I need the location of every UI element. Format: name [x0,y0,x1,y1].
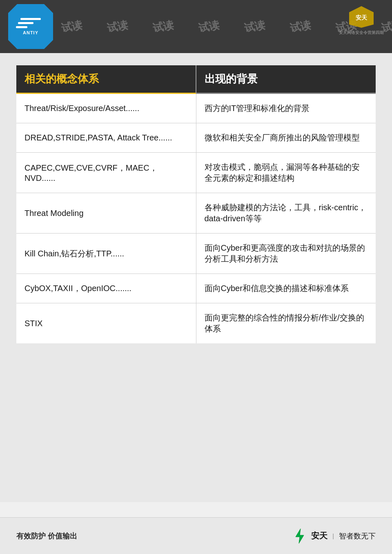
content-area: 相关的概念体系 出现的背景 Threat/Risk/Exposure/Asset… [0,53,392,502]
main-content: 相关的概念体系 出现的背景 Threat/Risk/Exposure/Asset… [0,53,392,502]
cell-left-4: Kill Chain,钻石分析,TTP...... [16,234,196,274]
table-row: Threat Modeling 各种威胁建模的方法论，工具，risk-centr… [16,193,376,234]
watermark-h6: 试读 [289,18,312,35]
brand-svg: 安天 [345,4,378,29]
footer-brand-sub: 智者数无下 [339,531,376,541]
footer-brand-name: 安天 [311,530,327,541]
header: ANTIY 试读 试读 试读 试读 试读 试读 试读 试读 安天 安天网络安全令… [0,0,392,53]
brand-tagline: 安天网络安全令营第四期 [339,30,384,36]
svg-marker-2 [296,529,304,543]
logo-lines [20,18,41,28]
footer-logo-area: 安天 | 智者数无下 [292,528,376,544]
col-left-header: 相关的概念体系 [16,65,196,94]
table-row: DREAD,STRIDE,PASTA, Attack Tree...... 微软… [16,123,376,153]
logo-text: ANTIY [23,30,38,35]
cell-left-3: Threat Modeling [16,193,196,233]
footer-separator: | [332,533,334,539]
watermark-h1: 试读 [60,18,83,35]
logo-line-2 [18,22,33,24]
cell-left-0: Threat/Risk/Exposure/Asset...... [16,94,196,123]
footer-tagline: 有效防护 价值输出 [16,531,77,541]
col-left-header-text: 相关的概念体系 [24,73,99,85]
cell-right-0: 西方的IT管理和标准化的背景 [196,94,376,123]
col-right-header: 出现的背景 [196,65,376,94]
table-row: Threat/Risk/Exposure/Asset...... 西方的IT管理… [16,94,376,123]
watermark-h3: 试读 [151,18,175,35]
table-row: CAPEC,CWE,CVE,CVRF，MAEC，NVD...... 对攻击模式，… [16,153,376,193]
concept-table: 相关的概念体系 出现的背景 Threat/Risk/Exposure/Asset… [16,65,376,343]
brand-icon: 安天 [345,4,378,29]
top-right-logo: 安天 安天网络安全令营第四期 [339,4,384,36]
cell-right-5: 面向Cyber和信息交换的描述和标准体系 [196,274,376,303]
cell-left-5: CybOX,TAXII，OpenIOC....... [16,274,196,303]
table-row: Kill Chain,钻石分析,TTP...... 面向Cyber和更高强度的攻… [16,234,376,274]
cell-left-6: STIX [16,303,196,343]
table-header: 相关的概念体系 出现的背景 [16,65,376,94]
footer-logo: 安天 | 智者数无下 [292,528,376,544]
logo-line-3 [16,26,27,28]
table-row: CybOX,TAXII，OpenIOC....... 面向Cyber和信息交换的… [16,274,376,303]
watermark-h5: 试读 [243,18,266,35]
watermark-h4: 试读 [197,18,220,35]
cell-right-4: 面向Cyber和更高强度的攻击和对抗的场景的分析工具和分析方法 [196,234,376,274]
footer: 有效防护 价值输出 安天 | 智者数无下 [0,517,392,554]
cell-right-2: 对攻击模式，脆弱点，漏洞等各种基础的安全元素的标定和描述结构 [196,153,376,193]
logo: ANTIY [8,4,53,49]
cell-right-3: 各种威胁建模的方法论，工具，risk-centric，data-driven等等 [196,193,376,233]
col-right-header-text: 出现的背景 [205,73,258,85]
watermark-h2: 试读 [106,18,129,35]
cell-right-6: 面向更完整的综合性的情报分析/作业/交换的体系 [196,303,376,343]
cell-left-1: DREAD,STRIDE,PASTA, Attack Tree...... [16,123,196,152]
cell-left-2: CAPEC,CWE,CVE,CVRF，MAEC，NVD...... [16,153,196,193]
cell-right-1: 微软和相关安全厂商所推出的风险管理模型 [196,123,376,152]
table-row: STIX 面向更完整的综合性的情报分析/作业/交换的体系 [16,303,376,343]
svg-text:安天: 安天 [355,14,368,21]
table-body: Threat/Risk/Exposure/Asset...... 西方的IT管理… [16,94,376,343]
logo-line-1 [20,18,41,20]
footer-brand-icon [292,528,308,544]
